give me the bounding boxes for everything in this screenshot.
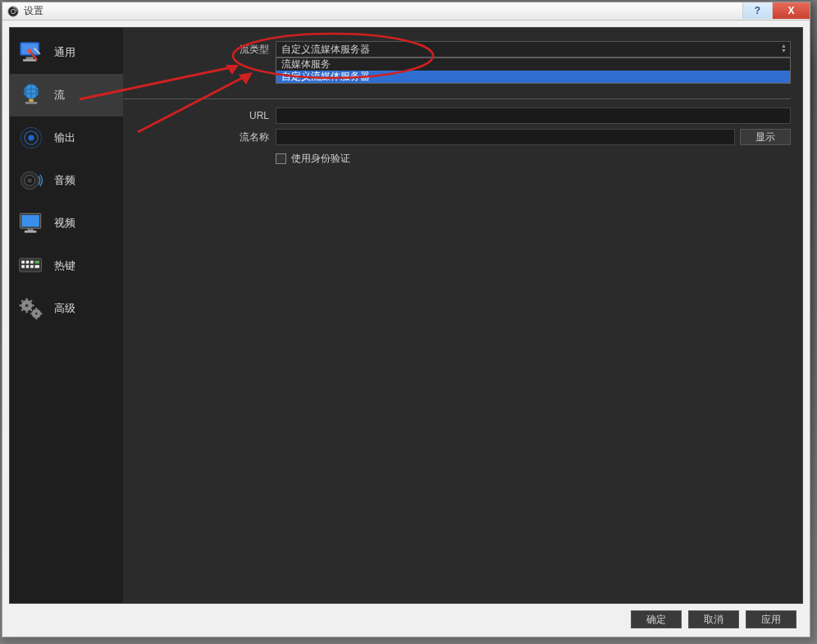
sidebar-item-label: 输出 bbox=[54, 130, 75, 145]
sidebar-item-label: 视频 bbox=[54, 216, 75, 231]
obs-icon bbox=[7, 6, 19, 17]
svg-rect-28 bbox=[35, 265, 39, 268]
svg-rect-27 bbox=[30, 265, 34, 268]
keyboard-icon bbox=[16, 251, 46, 281]
sidebar: 通用 流 bbox=[10, 28, 123, 603]
titlebar[interactable]: 设置 ? X bbox=[2, 2, 810, 21]
monitor-tools-icon bbox=[16, 38, 46, 67]
settings-window: 设置 ? X 通用 bbox=[2, 2, 810, 637]
window-title: 设置 bbox=[24, 4, 43, 18]
svg-rect-8 bbox=[29, 99, 33, 103]
content-panel: 流类型 自定义流媒体服务器 ▲▼ 流媒体服务 自定义流媒体服务器 URL bbox=[123, 28, 802, 603]
sidebar-item-advanced[interactable]: 高级 bbox=[10, 287, 123, 330]
svg-rect-23 bbox=[30, 261, 34, 264]
svg-rect-26 bbox=[26, 265, 30, 268]
sidebar-item-stream[interactable]: 流 bbox=[10, 74, 123, 116]
dropdown-option-selected[interactable]: 自定义流媒体服务器 bbox=[276, 71, 790, 83]
sidebar-item-label: 热键 bbox=[54, 258, 75, 273]
svg-rect-5 bbox=[23, 59, 36, 62]
speaker-icon bbox=[16, 166, 46, 195]
divider bbox=[123, 98, 791, 99]
stream-key-label: 流名称 bbox=[123, 130, 276, 144]
main-area: 通用 流 bbox=[9, 27, 803, 604]
apply-button[interactable]: 应用 bbox=[746, 610, 796, 628]
ok-button[interactable]: 确定 bbox=[631, 610, 682, 628]
sidebar-item-audio[interactable]: 音频 bbox=[10, 159, 123, 202]
svg-point-0 bbox=[8, 6, 18, 16]
svg-point-10 bbox=[28, 135, 34, 140]
sidebar-item-general[interactable]: 通用 bbox=[10, 31, 123, 74]
globe-network-icon bbox=[16, 80, 46, 110]
stream-key-input[interactable] bbox=[276, 129, 735, 145]
stream-type-dropdown[interactable]: 流媒体服务 自定义流媒体服务器 bbox=[276, 57, 791, 84]
stream-type-value: 自定义流媒体服务器 bbox=[281, 43, 370, 57]
sidebar-item-label: 通用 bbox=[54, 45, 75, 60]
help-button[interactable]: ? bbox=[742, 2, 772, 19]
use-auth-checkbox[interactable] bbox=[276, 153, 286, 164]
broadcast-icon bbox=[16, 123, 46, 153]
stream-type-label: 流类型 bbox=[123, 43, 276, 57]
svg-rect-21 bbox=[21, 261, 25, 264]
svg-point-30 bbox=[25, 304, 28, 308]
cancel-button[interactable]: 取消 bbox=[688, 610, 739, 628]
svg-rect-9 bbox=[25, 102, 37, 104]
svg-rect-17 bbox=[21, 215, 39, 226]
svg-point-6 bbox=[28, 49, 32, 53]
svg-point-32 bbox=[35, 313, 39, 316]
svg-point-15 bbox=[28, 178, 32, 182]
close-button[interactable]: X bbox=[772, 2, 810, 19]
svg-rect-4 bbox=[26, 57, 34, 59]
svg-rect-24 bbox=[35, 261, 39, 264]
use-auth-label: 使用身份验证 bbox=[291, 152, 350, 166]
monitor-icon bbox=[16, 208, 46, 238]
chevron-updown-icon: ▲▼ bbox=[781, 43, 787, 53]
url-label: URL bbox=[123, 110, 276, 121]
sidebar-item-video[interactable]: 视频 bbox=[10, 202, 123, 244]
svg-rect-19 bbox=[25, 231, 36, 233]
sidebar-item-label: 流 bbox=[54, 88, 65, 103]
dropdown-option[interactable]: 流媒体服务 bbox=[276, 58, 790, 71]
url-input[interactable] bbox=[276, 107, 791, 124]
svg-rect-22 bbox=[26, 261, 30, 264]
show-button[interactable]: 显示 bbox=[740, 129, 791, 145]
stream-type-select[interactable]: 自定义流媒体服务器 ▲▼ bbox=[276, 41, 791, 57]
gears-icon bbox=[16, 294, 46, 323]
sidebar-item-output[interactable]: 输出 bbox=[10, 116, 123, 159]
sidebar-item-label: 高级 bbox=[54, 301, 75, 316]
svg-rect-18 bbox=[28, 229, 34, 231]
sidebar-item-label: 音频 bbox=[54, 173, 75, 188]
sidebar-item-hotkeys[interactable]: 热键 bbox=[10, 244, 123, 287]
svg-rect-25 bbox=[21, 265, 25, 268]
